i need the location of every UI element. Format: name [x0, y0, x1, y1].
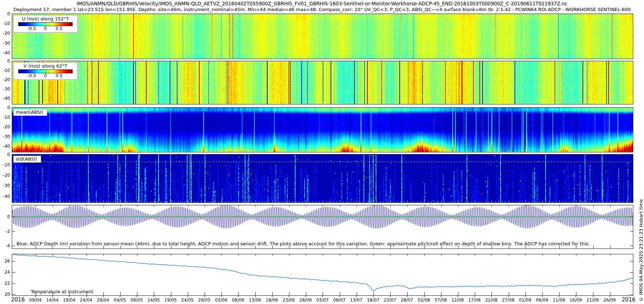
x-tick-mark — [576, 295, 576, 297]
x-tick-mark — [153, 295, 154, 297]
v-colorbar-ticks: -0.500.5 — [18, 73, 73, 78]
x-tick-label: 24/04 — [80, 298, 92, 303]
y-tick-label: 0 — [0, 105, 10, 110]
figure-title: IMOS/ANMN/QLD/GBRHIS/Velocity/IMOS_ANMN-… — [0, 1, 644, 6]
x-tick-label: 13/07 — [350, 298, 363, 303]
panel-std-absi: 0-10-20-30-40 std(ABSI) — [12, 154, 633, 203]
y-tick-label: -10 — [0, 115, 10, 120]
y-tick-label: 24 — [0, 270, 10, 275]
x-tick-label: 06/09 — [536, 298, 548, 303]
x-tick-label: 02/08 — [418, 298, 430, 303]
figure-subtitle: Deployment 17, member 1 lat=23.51S lon=1… — [0, 7, 644, 12]
mean-absi-label: mean(ABSI) — [13, 109, 47, 116]
x-tick-mark — [373, 295, 374, 297]
x-tick-mark — [542, 295, 542, 297]
x-tick-label: 09/04 — [29, 298, 42, 303]
colorbar-tick-label: 0 — [44, 26, 47, 31]
v-colorbar: -0.500.5 — [18, 69, 73, 78]
y-tick-label: -10 — [0, 162, 10, 167]
y-tick-label: -10 — [0, 68, 10, 73]
y-tick-label: -10 — [0, 21, 10, 26]
colorbar-tick-label: -0.5 — [28, 73, 36, 78]
panel-v-velocity: 0-10-20-30-40 V (m/s) along 62°T -0.500.… — [12, 61, 633, 104]
panel-adcp-depth-variation: 0-2-4 Blue: ADCP Depth (m) variation fro… — [12, 205, 633, 249]
x-tick-mark — [52, 295, 53, 297]
panel-u-velocity: 0-10-20-30-40 U (m/s) along 152°T -0.500… — [12, 14, 633, 59]
x-tick-mark — [204, 295, 205, 297]
x-tick-label: 23/06 — [283, 298, 295, 303]
x-tick-mark — [272, 295, 272, 297]
imos-watermark: © IMOS 04-May-2025 23:21:23 Hobart time — [638, 199, 644, 302]
x-tick-label: 04/05 — [114, 298, 126, 303]
x-tick-mark — [407, 295, 407, 297]
x-tick-mark — [356, 295, 357, 297]
x-tick-label: 24/05 — [181, 298, 194, 303]
x-tick-label: 03/07 — [316, 298, 329, 303]
x-tick-mark — [255, 295, 255, 297]
u-y-axis-ticks: 0-10-20-30-40 — [0, 14, 11, 59]
y-tick-label: -30 — [0, 41, 10, 46]
colorbar-tick-label: 0 — [44, 73, 47, 78]
panel-mean-absi: 0-10-20-30-40 mean(ABSI) — [12, 107, 633, 152]
x-tick-label: 14/04 — [46, 298, 59, 303]
x-tick-label: 11/09 — [553, 298, 565, 303]
u-legend-title: U (m/s) along 152°T — [14, 16, 77, 22]
colorbar-tick-label: -0.5 — [28, 26, 36, 31]
mean-absi-heatmap — [12, 108, 633, 152]
y-tick-label: 0 — [0, 214, 10, 219]
x-tick-label: 18/06 — [266, 298, 278, 303]
x-tick-label: 14/05 — [147, 298, 160, 303]
u-velocity-heatmap — [12, 14, 633, 59]
x-tick-label: 27/08 — [502, 298, 514, 303]
x-tick-mark — [137, 295, 137, 297]
u-legend-box: U (m/s) along 152°T -0.500.5 — [13, 15, 78, 33]
x-tick-mark — [525, 295, 526, 297]
std-absi-heatmap — [12, 155, 633, 202]
u-colorbar: -0.500.5 — [18, 22, 73, 31]
x-tick-mark — [559, 295, 559, 297]
x-tick-mark — [390, 295, 390, 297]
y-tick-label: -20 — [0, 31, 10, 36]
x-tick-mark — [458, 295, 458, 297]
y-tick-label: 22 — [0, 281, 10, 286]
y-tick-label: -20 — [0, 124, 10, 129]
y-tick-label: 0 — [0, 11, 10, 16]
temperature-label: Temperature at instrument — [31, 289, 93, 294]
year-label-left: 2016 — [11, 296, 25, 303]
x-tick-label: 08/07 — [333, 298, 346, 303]
y-tick-label: -30 — [0, 87, 10, 92]
x-tick-label: 28/06 — [299, 298, 312, 303]
x-tick-mark — [289, 295, 289, 297]
y-tick-label: -2 — [0, 229, 10, 234]
y-tick-label: 26 — [0, 259, 10, 264]
x-tick-label: 19/04 — [63, 298, 75, 303]
mean-absi-y-axis-ticks: 0-10-20-30-40 — [0, 108, 11, 152]
x-tick-mark — [424, 295, 424, 297]
x-tick-label: 19/05 — [164, 298, 177, 303]
u-colorbar-gradient — [18, 22, 73, 26]
y-tick-label: -30 — [0, 183, 10, 188]
y-tick-label: -40 — [0, 144, 10, 149]
y-tick-label: -30 — [0, 134, 10, 139]
x-tick-mark — [187, 295, 188, 297]
x-tick-label: 09/05 — [131, 298, 143, 303]
x-tick-label: 29/05 — [198, 298, 211, 303]
y-tick-label: 20 — [0, 292, 10, 297]
year-label-right: 2016 — [622, 296, 635, 303]
x-tick-mark — [171, 295, 171, 297]
temperature-plot — [12, 254, 633, 295]
y-tick-label: -4 — [0, 243, 10, 248]
x-tick-label: 17/08 — [468, 298, 481, 303]
x-tick-label: 16/09 — [570, 298, 582, 303]
x-tick-label: 21/09 — [586, 298, 599, 303]
temperature-y-axis-ticks: 26242220 — [0, 254, 11, 295]
x-tick-label: 22/08 — [485, 298, 498, 303]
colorbar-tick-label: 0.5 — [55, 73, 62, 78]
y-tick-label: 0 — [0, 152, 10, 157]
figure-root: IMOS/ANMN/QLD/GBRHIS/Velocity/IMOS_ANMN-… — [0, 0, 644, 304]
x-tick-label: 01/09 — [519, 298, 532, 303]
y-tick-label: -40 — [0, 96, 10, 101]
y-tick-label: 0 — [0, 59, 10, 64]
std-absi-y-axis-ticks: 0-10-20-30-40 — [0, 155, 11, 202]
x-tick-mark — [441, 295, 441, 297]
